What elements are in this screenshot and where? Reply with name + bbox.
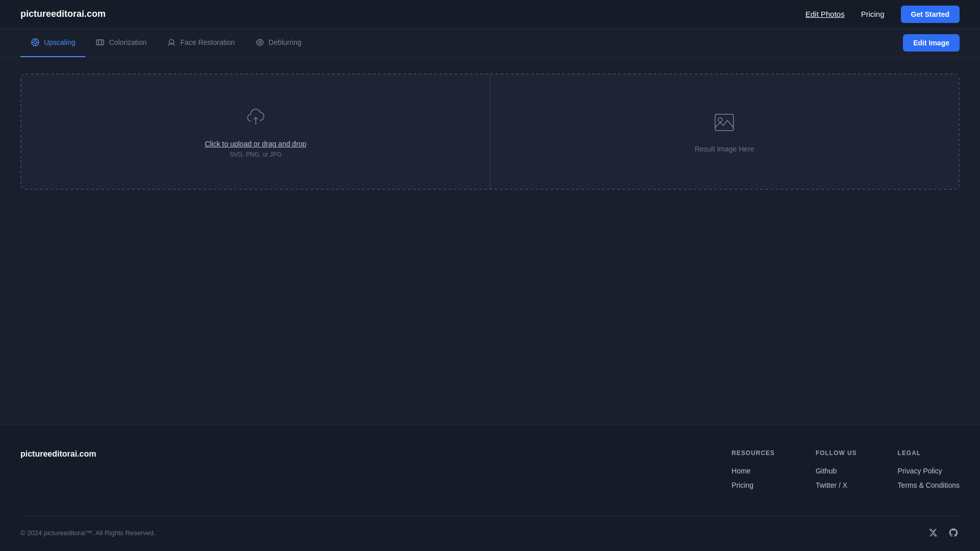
footer-logo: pictureeditorai.com <box>20 449 711 495</box>
header: pictureeditorai.com Edit Photos Pricing … <box>0 0 980 29</box>
footer: pictureeditorai.com RESOURCES Home Prici… <box>0 424 980 551</box>
upload-dropzone[interactable]: Click to upload or drag and drop SVG, PN… <box>21 74 491 189</box>
upload-text: Click to upload or drag and drop <box>205 140 306 148</box>
tab-face-restoration[interactable]: Face Restoration <box>157 29 245 57</box>
header-logo: pictureeditorai.com <box>20 9 805 19</box>
upscaling-icon <box>31 38 40 47</box>
tab-deblurring-label: Deblurring <box>268 38 302 46</box>
twitter-icon[interactable] <box>927 527 939 539</box>
tab-upscaling[interactable]: Upscaling <box>20 29 85 57</box>
nav-edit-photos[interactable]: Edit Photos <box>805 10 845 18</box>
footer-legal-heading: LEGAL <box>898 449 960 457</box>
github-icon[interactable] <box>947 527 960 539</box>
footer-link-pricing[interactable]: Pricing <box>731 481 775 489</box>
upload-or-text: or drag and drop <box>252 140 306 148</box>
upload-hint: SVG, PNG, or JPG <box>230 151 282 158</box>
svg-point-10 <box>259 41 261 43</box>
footer-follow-us: FOLLOW US Github Twitter / X <box>816 449 857 495</box>
upload-cloud-icon <box>243 105 268 132</box>
colorization-icon <box>95 38 105 47</box>
svg-rect-6 <box>96 40 104 45</box>
main-content: Click to upload or drag and drop SVG, PN… <box>0 57 980 424</box>
footer-bottom: © 2024 pictureeditorai™. All Rights Rese… <box>20 516 960 539</box>
upload-click-text: Click to upload <box>205 140 252 148</box>
tabs-bar: Upscaling Colorization Face Restoration <box>0 29 980 57</box>
footer-link-privacy[interactable]: Privacy Policy <box>898 467 960 475</box>
face-restoration-icon <box>167 38 176 47</box>
footer-link-github[interactable]: Github <box>816 467 857 475</box>
footer-columns: RESOURCES Home Pricing FOLLOW US Github … <box>731 449 960 495</box>
footer-link-home[interactable]: Home <box>731 467 775 475</box>
footer-link-terms[interactable]: Terms & Conditions <box>898 481 960 489</box>
svg-point-13 <box>718 118 722 122</box>
tab-colorization-label: Colorization <box>109 38 146 46</box>
nav-pricing[interactable]: Pricing <box>861 10 885 18</box>
footer-link-twitter[interactable]: Twitter / X <box>816 481 857 489</box>
svg-point-1 <box>34 41 37 44</box>
footer-resources-heading: RESOURCES <box>731 449 775 457</box>
upload-area: Click to upload or drag and drop SVG, PN… <box>20 73 960 190</box>
deblurring-icon <box>255 38 264 47</box>
tabs: Upscaling Colorization Face Restoration <box>20 29 903 57</box>
footer-top: pictureeditorai.com RESOURCES Home Prici… <box>20 449 960 516</box>
tab-colorization[interactable]: Colorization <box>85 29 157 57</box>
tab-upscaling-label: Upscaling <box>44 38 75 46</box>
svg-rect-12 <box>715 114 733 131</box>
tab-face-restoration-label: Face Restoration <box>180 38 235 46</box>
get-started-button[interactable]: Get Started <box>901 6 960 23</box>
footer-copyright: © 2024 pictureeditorai™. All Rights Rese… <box>20 529 156 537</box>
footer-legal: LEGAL Privacy Policy Terms & Conditions <box>898 449 960 495</box>
result-area: Result Image Here <box>491 74 959 189</box>
footer-follow-heading: FOLLOW US <box>816 449 857 457</box>
result-text: Result Image Here <box>695 145 754 153</box>
footer-social <box>927 527 960 539</box>
edit-image-button[interactable]: Edit Image <box>903 34 960 52</box>
result-image-icon <box>712 110 737 137</box>
header-nav: Edit Photos Pricing <box>805 10 885 18</box>
tab-deblurring[interactable]: Deblurring <box>245 29 312 57</box>
footer-resources: RESOURCES Home Pricing <box>731 449 775 495</box>
